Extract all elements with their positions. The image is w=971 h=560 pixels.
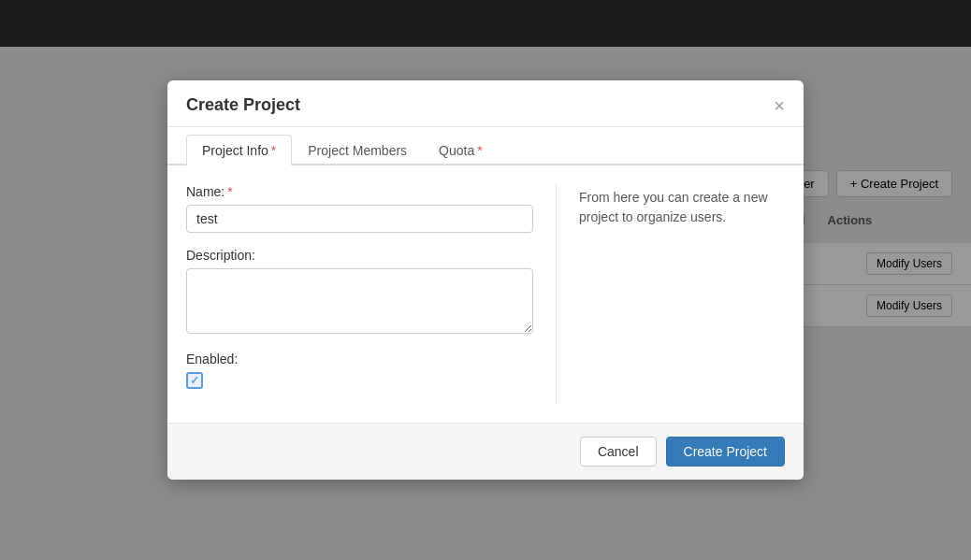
tab-quota-label: Quota <box>439 143 474 158</box>
tab-project-info[interactable]: Project Info* <box>186 135 292 165</box>
name-label: Name:* <box>186 184 533 199</box>
create-project-submit-button[interactable]: Create Project <box>666 437 785 467</box>
tab-project-members-label: Project Members <box>308 143 407 158</box>
cancel-button[interactable]: Cancel <box>580 437 657 467</box>
modal-info-text: From here you can create a new project t… <box>579 184 785 404</box>
tab-project-members[interactable]: Project Members <box>292 135 423 165</box>
name-field-group: Name:* <box>186 184 533 233</box>
modal-title: Create Project <box>186 95 300 115</box>
body-divider <box>556 184 557 404</box>
description-field-group: Description: <box>186 248 533 337</box>
enabled-field-group: Enabled: <box>186 352 533 389</box>
tab-project-info-asterisk: * <box>271 143 276 158</box>
name-required-asterisk: * <box>227 184 232 199</box>
create-project-modal: Create Project × Project Info* Project M… <box>167 80 804 480</box>
description-textarea[interactable] <box>186 268 533 334</box>
modal-body: Name:* Description: Enabled: <box>167 165 804 423</box>
tab-project-info-label: Project Info <box>202 143 268 158</box>
modal-footer: Cancel Create Project <box>167 423 804 480</box>
tab-quota[interactable]: Quota* <box>423 135 499 165</box>
modal-close-button[interactable]: × <box>774 96 785 115</box>
modal-header: Create Project × <box>167 80 804 127</box>
modal-tabs: Project Info* Project Members Quota* <box>167 135 804 165</box>
project-form: Name:* Description: Enabled: <box>186 184 533 404</box>
enabled-checkbox[interactable] <box>186 372 203 389</box>
tab-quota-asterisk: * <box>477 143 482 158</box>
enabled-label: Enabled: <box>186 352 533 366</box>
enabled-checkbox-wrapper <box>186 372 533 389</box>
description-label: Description: <box>186 248 533 263</box>
modal-overlay: Create Project × Project Info* Project M… <box>0 0 971 560</box>
name-input[interactable] <box>186 205 533 233</box>
